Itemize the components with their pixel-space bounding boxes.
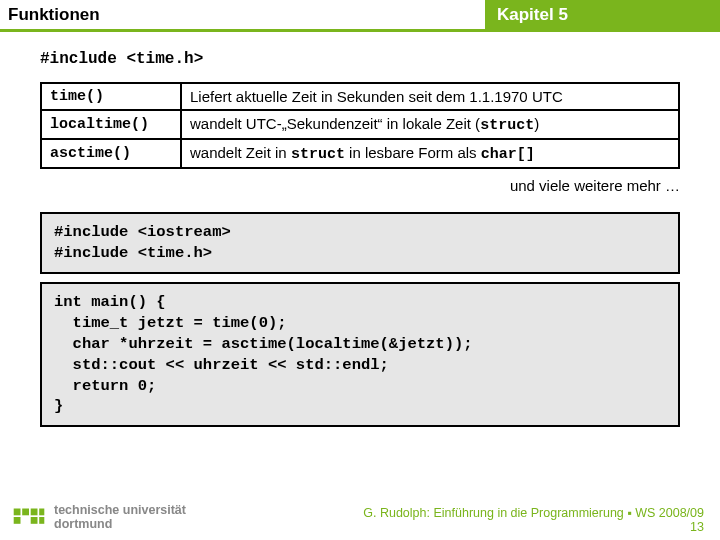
- table-row: time() Liefert aktuelle Zeit in Sekunden…: [41, 83, 679, 110]
- desc-text: wandelt UTC-„Sekundenzeit“ in lokale Zei…: [190, 115, 480, 132]
- more-functions-note: und viele weitere mehr …: [40, 177, 680, 194]
- table-row: localtime() wandelt UTC-„Sekundenzeit“ i…: [41, 110, 679, 139]
- page-number: 13: [363, 520, 704, 534]
- logo-text: technische universität dortmund: [54, 503, 186, 532]
- logo-area: technische universität dortmund: [12, 500, 186, 534]
- fn-name-cell: localtime(): [41, 110, 181, 139]
- desc-mono: char[]: [481, 146, 535, 163]
- svg-rect-5: [39, 509, 44, 516]
- function-table: time() Liefert aktuelle Zeit in Sekunden…: [40, 82, 680, 169]
- slide-header: Funktionen Kapitel 5: [0, 0, 720, 32]
- credit-line: G. Rudolph: Einführung in die Programmie…: [363, 506, 704, 520]
- desc-text: in lesbare Form als: [345, 144, 481, 161]
- header-title-right: Kapitel 5: [485, 0, 720, 32]
- svg-rect-1: [14, 517, 21, 524]
- uni-name-line1: technische universität: [54, 503, 186, 517]
- table-row: asctime() wandelt Zeit in struct in lesb…: [41, 139, 679, 168]
- include-directive: #include <time.h>: [40, 50, 680, 68]
- fn-name-cell: time(): [41, 83, 181, 110]
- slide-content: #include <time.h> time() Liefert aktuell…: [0, 32, 720, 427]
- desc-mono: struct: [291, 146, 345, 163]
- fn-name-cell: asctime(): [41, 139, 181, 168]
- footer-credit: G. Rudolph: Einführung in die Programmie…: [363, 506, 704, 534]
- svg-rect-2: [22, 509, 29, 516]
- fn-desc-cell: Liefert aktuelle Zeit in Sekunden seit d…: [181, 83, 679, 110]
- desc-text: Liefert aktuelle Zeit in Sekunden seit d…: [190, 88, 563, 105]
- svg-rect-3: [31, 509, 38, 516]
- svg-rect-0: [14, 509, 21, 516]
- svg-rect-4: [31, 517, 38, 524]
- desc-mono: struct: [480, 117, 534, 134]
- desc-text: ): [534, 115, 539, 132]
- fn-desc-cell: wandelt UTC-„Sekundenzeit“ in lokale Zei…: [181, 110, 679, 139]
- code-block-main: int main() { time_t jetzt = time(0); cha…: [40, 282, 680, 428]
- code-block-includes: #include <iostream> #include <time.h>: [40, 212, 680, 274]
- tu-logo-icon: [12, 500, 46, 534]
- slide-footer: technische universität dortmund G. Rudol…: [0, 500, 720, 534]
- uni-name-line2: dortmund: [54, 517, 186, 531]
- fn-desc-cell: wandelt Zeit in struct in lesbare Form a…: [181, 139, 679, 168]
- header-title-left: Funktionen: [0, 0, 485, 32]
- desc-text: wandelt Zeit in: [190, 144, 291, 161]
- svg-rect-6: [39, 517, 44, 524]
